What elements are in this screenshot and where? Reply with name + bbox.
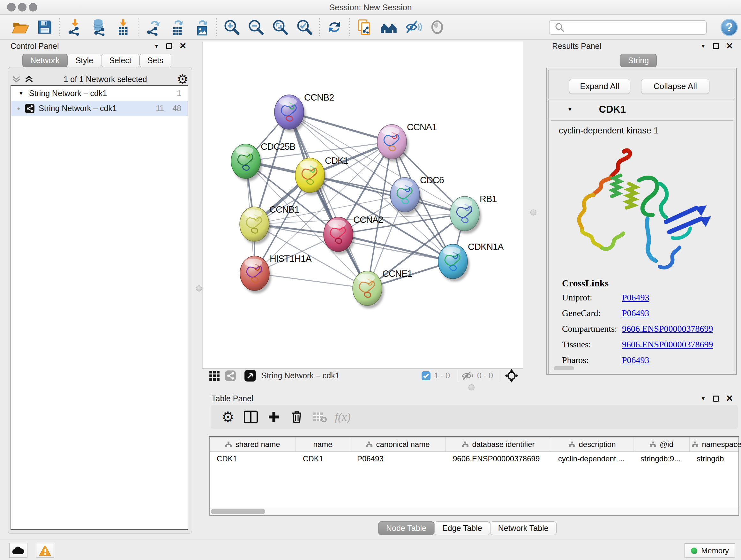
- column-header-database-identifier[interactable]: database identifier: [446, 437, 551, 451]
- column-header-shared-name[interactable]: shared name: [210, 437, 296, 451]
- zoom-out-icon: [247, 18, 265, 36]
- network-collection-row[interactable]: ▼ String Network – cdk1 1: [11, 86, 188, 101]
- left-splitter-handle[interactable]: [196, 286, 202, 292]
- string-network-icon: [24, 104, 35, 114]
- table-panel-close-icon[interactable]: ✕: [726, 394, 733, 403]
- bottom-splitter-handle[interactable]: [468, 384, 475, 390]
- column-header-name[interactable]: name: [296, 437, 350, 451]
- tab-style[interactable]: Style: [68, 54, 102, 67]
- create-column-button[interactable]: [262, 407, 285, 427]
- birds-eye-view-icon[interactable]: [504, 368, 519, 383]
- hidden-eye-icon[interactable]: [461, 370, 474, 381]
- table-panel-float-icon[interactable]: [713, 395, 719, 401]
- network-node-HIST1H1A[interactable]: HIST1H1A: [240, 253, 312, 294]
- houses-button[interactable]: [377, 17, 401, 37]
- network-view-footer: String Network – cdk1 1 - 0 0 - 0: [202, 368, 523, 382]
- show-columns-button[interactable]: [239, 407, 262, 427]
- crosslink-link[interactable]: P06493: [622, 355, 650, 365]
- collection-label: String Network – cdk1: [29, 89, 177, 98]
- zoom-out-button[interactable]: [244, 17, 268, 37]
- share-view-icon[interactable]: [225, 370, 236, 381]
- export-image-button[interactable]: [190, 17, 214, 37]
- column-header--id[interactable]: @id: [633, 437, 690, 451]
- network-node-CCNB1[interactable]: CCNB1: [240, 204, 299, 244]
- zoom-selected-button[interactable]: [292, 17, 317, 37]
- search-input[interactable]: [568, 23, 706, 32]
- crosslinks-title: CrossLinks: [562, 278, 713, 289]
- import-network-database-button[interactable]: [87, 17, 111, 37]
- column-header-namespace[interactable]: namespace: [690, 437, 741, 451]
- network-node-RB1[interactable]: RB1: [450, 194, 496, 234]
- crosslink-link[interactable]: P06493: [622, 293, 650, 303]
- columns-icon: [244, 410, 258, 424]
- memory-button[interactable]: Memory: [684, 543, 735, 558]
- tab-sets[interactable]: Sets: [139, 54, 172, 67]
- network-node-CDC6[interactable]: CDC6: [390, 175, 444, 215]
- column-header-canonical-name[interactable]: canonical name: [350, 437, 446, 451]
- warning-button[interactable]: [36, 543, 54, 558]
- help-button[interactable]: ?: [721, 19, 738, 36]
- table-row[interactable]: CDK1CDK1P064939606.ENSP00000378699cyclin…: [210, 452, 738, 466]
- results-panel-float-icon[interactable]: [713, 43, 719, 49]
- grid-view-icon[interactable]: [209, 370, 220, 381]
- search-box[interactable]: [549, 20, 707, 35]
- tab-select[interactable]: Select: [101, 54, 139, 67]
- network-node-CDK1[interactable]: CDK1: [295, 155, 348, 195]
- show-all-button[interactable]: [425, 17, 449, 37]
- table-panel-collapse-icon[interactable]: ▼: [700, 395, 706, 402]
- export-table-button[interactable]: [165, 17, 190, 37]
- delete-column-button[interactable]: [285, 407, 308, 427]
- column-header-label: namespace: [702, 440, 741, 449]
- expand-all-icon[interactable]: [24, 74, 34, 84]
- control-panel-close-icon[interactable]: ✕: [179, 42, 187, 51]
- tab-string[interactable]: String: [620, 54, 657, 67]
- column-header-description[interactable]: description: [551, 437, 633, 451]
- zoom-in-button[interactable]: [219, 17, 244, 37]
- gene-disclosure-icon[interactable]: ▼: [567, 106, 573, 113]
- right-splitter-handle[interactable]: [530, 209, 536, 215]
- network-options-gear-icon[interactable]: ⚙: [177, 73, 188, 85]
- control-panel-float-icon[interactable]: [166, 43, 172, 49]
- open-session-button[interactable]: [8, 17, 32, 37]
- status-bar: Memory: [0, 540, 741, 560]
- disclosure-triangle-icon[interactable]: ▼: [18, 90, 24, 97]
- network-node-CCNE1[interactable]: CCNE1: [353, 268, 412, 308]
- network-canvas[interactable]: CCNB2CCNA1CDC25BCDK1CDC6RB1CCNB1CCNA2CDK…: [202, 42, 523, 368]
- detach-view-icon[interactable]: [244, 370, 256, 382]
- selected-checkbox-icon[interactable]: [421, 371, 431, 381]
- crosslink-link[interactable]: 9606.ENSP00000378699: [622, 339, 713, 350]
- column-header-label: description: [579, 440, 616, 449]
- cloud-button[interactable]: [9, 543, 27, 558]
- expand-all-button[interactable]: Expand All: [569, 79, 630, 94]
- crosslink-link[interactable]: 9606.ENSP00000378699: [622, 324, 713, 334]
- crosslink-link[interactable]: P06493: [622, 308, 650, 318]
- results-hscroll-thumb[interactable]: [554, 366, 574, 370]
- tab-network-table[interactable]: Network Table: [490, 521, 556, 535]
- tab-network[interactable]: Network: [22, 54, 68, 67]
- import-network-file-button[interactable]: [63, 17, 87, 37]
- tab-edge-table[interactable]: Edge Table: [434, 521, 490, 535]
- network-graph[interactable]: CCNB2CCNA1CDC25BCDK1CDC6RB1CCNB1CCNA2CDK…: [203, 42, 524, 368]
- results-panel-collapse-icon[interactable]: ▼: [700, 43, 706, 50]
- network-row[interactable]: ● String Network – cdk1 11 48: [11, 101, 188, 116]
- tab-node-table[interactable]: Node Table: [378, 521, 434, 535]
- refresh-button[interactable]: [322, 17, 347, 37]
- collapse-all-button[interactable]: Collapse All: [641, 79, 710, 94]
- collapse-all-icon[interactable]: [11, 74, 21, 84]
- node-label-HIST1H1A: HIST1H1A: [270, 253, 312, 264]
- duplicate-network-button[interactable]: [352, 17, 377, 37]
- export-network-button[interactable]: [141, 17, 165, 37]
- hide-selected-button[interactable]: [401, 17, 425, 37]
- import-table-file-button[interactable]: [111, 17, 135, 37]
- network-node-CDKN1A[interactable]: CDKN1A: [438, 242, 504, 282]
- control-panel-collapse-icon[interactable]: ▼: [154, 43, 159, 50]
- table-toolbar: ⚙ f: [211, 405, 738, 429]
- table-hscroll-thumb[interactable]: [211, 509, 265, 514]
- save-session-button[interactable]: [32, 17, 57, 37]
- network-edge-HIST1H1A-CCNE1[interactable]: [255, 273, 367, 288]
- zoom-fit-button[interactable]: [268, 17, 292, 37]
- results-panel-close-icon[interactable]: ✕: [726, 42, 733, 51]
- table-settings-button[interactable]: ⚙: [216, 407, 239, 427]
- gene-section-header[interactable]: ▼ CDK1: [549, 100, 735, 119]
- table-hscrollbar[interactable]: [210, 507, 738, 515]
